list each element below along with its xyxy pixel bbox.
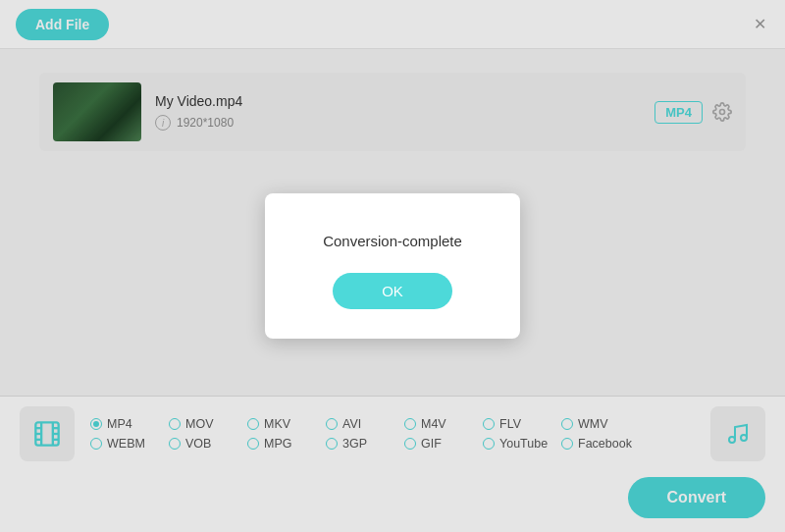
dialog-message: Conversion-complete	[323, 233, 462, 249]
dialog-ok-button[interactable]: OK	[333, 273, 452, 309]
dialog-box: Conversion-complete OK	[265, 193, 520, 339]
app-window: Add File ✕ My Video.mp4 i 1920*1080 MP4	[0, 0, 785, 532]
dialog-overlay: Conversion-complete OK	[0, 0, 785, 532]
